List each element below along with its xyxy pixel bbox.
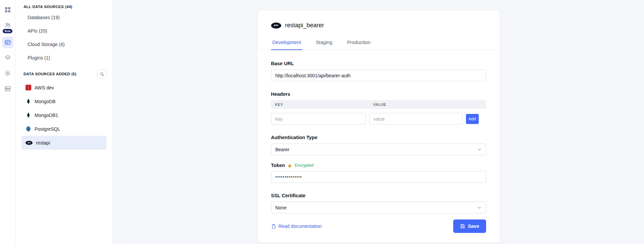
audit-logs-nav-icon[interactable] <box>2 83 13 94</box>
headers-label: Headers <box>271 91 486 97</box>
table-icon <box>4 39 11 46</box>
base-url-input[interactable] <box>271 70 486 81</box>
tab-production[interactable]: Production <box>346 37 372 50</box>
card-footer: Read documentation Save <box>271 219 486 233</box>
apps-grid-icon[interactable] <box>2 4 13 15</box>
token-label: Token <box>271 163 285 168</box>
data-sources-sidebar: ALL DATA SOURCES (44) Databases (19) API… <box>15 0 113 244</box>
search-icon <box>99 72 104 77</box>
mongodb-icon <box>26 112 31 118</box>
sidebar-item-cloud-storage[interactable]: Cloud Storage (4) <box>22 38 106 51</box>
chevron-down-icon <box>477 147 482 152</box>
value-column-header: VALUE <box>369 103 486 107</box>
header-input-row: Add <box>271 113 486 125</box>
added-data-sources-list: AWS dev MongoDB MongoDB1 PostgreSQL API … <box>22 81 106 150</box>
grid-icon <box>5 7 11 13</box>
list-item-mongodb[interactable]: MongoDB <box>22 94 106 108</box>
main-content: API restapi_bearer Development Staging P… <box>113 0 644 244</box>
list-item-label: MongoDB <box>35 99 55 104</box>
aws-icon <box>26 85 31 90</box>
all-data-sources-title: ALL DATA SOURCES (44) <box>22 3 106 11</box>
page-title: restapi_bearer <box>285 22 324 29</box>
data-sources-added-title: DATA SOURCES ADDED (5) <box>22 72 76 76</box>
mongodb-icon <box>26 98 31 104</box>
auth-type-select[interactable]: Bearer <box>271 144 486 155</box>
read-documentation-label: Read documentation <box>278 223 322 229</box>
server-icon <box>4 85 11 92</box>
encrypted-badge: Encrypted <box>295 163 313 168</box>
chevron-down-icon <box>477 205 482 210</box>
list-item-restapi[interactable]: API restapi <box>22 136 106 150</box>
tab-staging[interactable]: Staging <box>314 37 334 50</box>
auth-type-label: Authentication Type <box>271 135 486 140</box>
gear-icon <box>4 70 11 77</box>
key-column-header: KEY <box>271 103 369 107</box>
headers-field: Headers KEY VALUE Add <box>271 91 486 125</box>
layers-icon <box>4 54 11 61</box>
restapi-icon: API <box>26 141 33 145</box>
data-sources-nav-icon[interactable] <box>2 37 13 48</box>
list-item-label: MongoDB1 <box>35 113 58 118</box>
list-item-label: restapi <box>36 140 50 146</box>
card-header: API restapi_bearer <box>271 22 486 29</box>
read-documentation-link[interactable]: Read documentation <box>271 223 322 229</box>
document-icon <box>271 224 276 229</box>
headers-table-head: KEY VALUE <box>271 100 486 109</box>
sidebar-item-databases[interactable]: Databases (19) <box>22 11 106 24</box>
restapi-icon: API <box>271 23 281 29</box>
list-item-postgresql[interactable]: PostgreSQL <box>22 122 106 136</box>
base-url-field: Base URL <box>271 61 486 81</box>
ssl-certificate-label: SSL Certificate <box>271 193 486 198</box>
token-input[interactable] <box>271 171 486 183</box>
header-key-input[interactable] <box>271 113 366 125</box>
list-item-aws-dev[interactable]: AWS dev <box>22 81 106 94</box>
ssl-certificate-select[interactable]: None <box>271 202 486 213</box>
sidebar-item-plugins[interactable]: Plugins (1) <box>22 51 106 65</box>
list-item-label: PostgreSQL <box>35 126 60 132</box>
config-form: Base URL Headers KEY VALUE Add Authentic… <box>271 50 486 233</box>
ssl-certificate-field: SSL Certificate None <box>271 193 486 213</box>
save-button[interactable]: Save <box>453 219 486 233</box>
auth-type-field: Authentication Type Bearer <box>271 135 486 155</box>
tab-development[interactable]: Development <box>271 37 302 50</box>
beta-badge: Beta <box>3 29 12 33</box>
environment-tabs: Development Staging Production <box>258 37 500 50</box>
sidebar-item-apis[interactable]: APIs (20) <box>22 24 106 38</box>
list-item-label: AWS dev <box>35 85 54 90</box>
marketplace-nav-icon[interactable] <box>2 52 13 64</box>
save-button-label: Save <box>468 223 479 229</box>
settings-nav-icon[interactable] <box>2 68 13 79</box>
data-source-config-card: API restapi_bearer Development Staging P… <box>257 10 500 243</box>
list-item-mongodb1[interactable]: MongoDB1 <box>22 108 106 122</box>
search-button[interactable] <box>97 69 106 79</box>
lock-icon <box>288 163 292 168</box>
auth-type-value: Bearer <box>275 147 290 152</box>
add-header-button[interactable]: Add <box>466 114 479 124</box>
ssl-certificate-value: None <box>275 205 287 210</box>
token-field: Token Encrypted <box>271 163 486 183</box>
app-nav-rail: Beta <box>0 0 15 244</box>
base-url-label: Base URL <box>271 61 486 66</box>
postgresql-icon <box>26 126 31 132</box>
save-icon <box>460 223 465 229</box>
header-value-input[interactable] <box>369 113 463 125</box>
users-icon <box>4 22 11 29</box>
